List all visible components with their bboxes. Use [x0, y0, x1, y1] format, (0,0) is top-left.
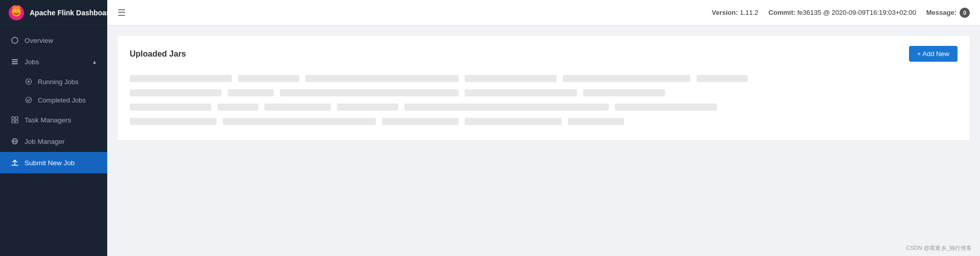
svg-rect-7	[12, 59, 18, 60]
topbar: ☰ Version: 1.11.2 Commit: fe36135 @ 2020…	[107, 0, 980, 25]
svg-rect-14	[15, 117, 18, 119]
content-area: Uploaded Jars + Add New	[107, 25, 980, 256]
svg-point-1	[12, 7, 21, 17]
sidebar-item-running-jobs[interactable]: Running Jobs	[0, 72, 107, 91]
topbar-info: Version: 1.11.2 Commit: fe36135 @ 2020-0…	[712, 8, 970, 18]
skeleton-row	[130, 88, 958, 97]
skeleton-block	[228, 89, 274, 96]
skeleton-block	[568, 118, 624, 125]
message-badge: Message: 0	[926, 8, 970, 18]
skeleton-block	[130, 75, 232, 82]
skeleton-block	[265, 104, 331, 111]
svg-rect-16	[15, 120, 18, 123]
sidebar-item-submit-new-job[interactable]: Submit New Job	[0, 152, 107, 173]
add-new-button[interactable]: + Add New	[909, 46, 958, 62]
sidebar-item-overview-label: Overview	[25, 37, 97, 44]
skeleton-row	[130, 74, 958, 83]
skeleton-block	[223, 118, 376, 125]
commit-label: Commit:	[769, 9, 796, 16]
sidebar-item-task-managers[interactable]: Task Managers	[0, 109, 107, 131]
svg-point-6	[12, 37, 18, 43]
skeleton-block	[583, 89, 665, 96]
sidebar-item-job-manager-label: Job Manager	[25, 138, 97, 145]
upload-icon	[10, 158, 19, 167]
circle-icon	[10, 36, 19, 45]
svg-rect-13	[12, 117, 14, 119]
svg-rect-15	[12, 120, 14, 123]
skeleton-block	[130, 118, 217, 125]
page-title: Uploaded Jars	[130, 49, 186, 59]
version-label: Version:	[712, 9, 738, 16]
sidebar-header: Apache Flink Dashboard	[0, 0, 107, 25]
skeleton-block	[465, 118, 562, 125]
skeleton-block	[615, 104, 717, 111]
sidebar-item-completed-jobs[interactable]: Completed Jobs	[0, 91, 107, 109]
sidebar-item-jobs-label: Jobs	[25, 58, 92, 66]
commit-value: fe36135 @ 2020-09-09T16:19:03+02:00	[797, 9, 916, 16]
svg-rect-9	[12, 63, 18, 64]
sidebar-nav: Overview Jobs ▲ Running Jobs	[0, 25, 107, 256]
skeleton-block	[280, 89, 459, 96]
sidebar-item-task-managers-label: Task Managers	[25, 116, 97, 124]
sidebar-item-completed-jobs-label: Completed Jobs	[38, 96, 86, 104]
list-icon	[10, 57, 19, 66]
message-label: Message:	[926, 9, 957, 16]
sidebar-item-submit-new-job-label: Submit New Job	[25, 159, 97, 167]
grid-icon	[10, 115, 19, 124]
sidebar-item-jobs[interactable]: Jobs ▲	[0, 51, 107, 72]
sidebar-item-overview[interactable]: Overview	[0, 30, 107, 51]
svg-rect-8	[12, 61, 18, 62]
sidebar: Apache Flink Dashboard Overview Jobs ▲	[0, 0, 107, 256]
skeleton-block	[465, 75, 557, 82]
skeleton-block	[305, 75, 459, 82]
version-value: 1.11.2	[740, 9, 758, 16]
flink-logo-icon	[8, 5, 25, 21]
skeleton-row	[130, 103, 958, 112]
hamburger-menu-icon[interactable]: ☰	[117, 7, 126, 18]
skeleton-block	[130, 104, 211, 111]
skeleton-block	[563, 75, 690, 82]
footer-watermark: CSDN @寓篱乡_独行侠客	[906, 244, 972, 252]
check-circle-icon	[25, 96, 33, 104]
sidebar-item-running-jobs-label: Running Jobs	[38, 78, 79, 86]
message-count-badge: 0	[960, 8, 970, 18]
svg-point-12	[26, 97, 32, 103]
commit-info: Commit: fe36135 @ 2020-09-09T16:19:03+02…	[769, 9, 916, 16]
skeleton-block	[465, 89, 577, 96]
svg-point-5	[17, 10, 18, 11]
skeleton-block	[697, 75, 748, 82]
card-header: Uploaded Jars + Add New	[130, 46, 958, 62]
version-info: Version: 1.11.2	[712, 9, 758, 16]
skeleton-block	[238, 75, 299, 82]
svg-marker-11	[28, 81, 31, 83]
svg-point-4	[14, 10, 15, 11]
uploaded-jars-card: Uploaded Jars + Add New	[117, 36, 970, 140]
play-circle-icon	[25, 78, 33, 86]
skeleton-block	[404, 104, 609, 111]
skeleton-row	[130, 117, 958, 126]
sidebar-title: Apache Flink Dashboard	[30, 9, 113, 17]
skeleton-block	[337, 104, 398, 111]
chevron-up-icon: ▲	[92, 59, 97, 65]
skeleton-block	[130, 89, 222, 96]
globe-icon	[10, 137, 19, 146]
skeleton-loading	[130, 70, 958, 130]
main-content: ☰ Version: 1.11.2 Commit: fe36135 @ 2020…	[107, 0, 980, 256]
skeleton-block	[382, 118, 459, 125]
sidebar-item-job-manager[interactable]: Job Manager	[0, 131, 107, 152]
skeleton-block	[218, 104, 258, 111]
